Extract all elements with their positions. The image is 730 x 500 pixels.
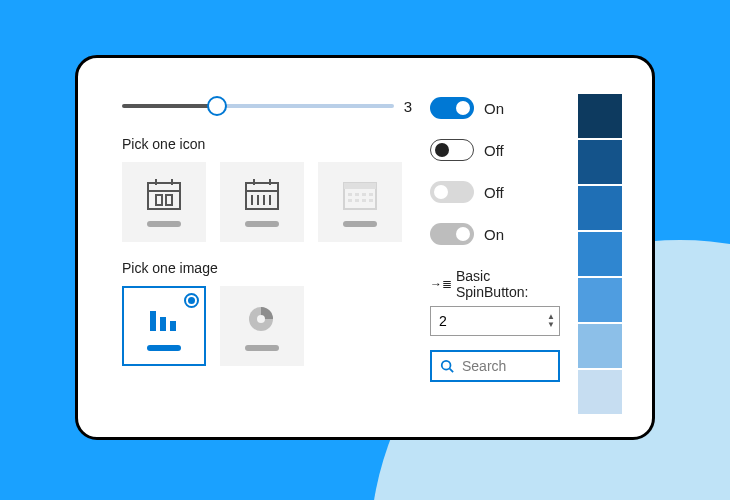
search-input[interactable]: Search [430,350,560,382]
svg-rect-4 [156,195,162,205]
slider-value: 3 [404,98,412,115]
slider-row: 3 [122,94,412,118]
svg-rect-15 [344,183,376,189]
svg-rect-16 [348,193,352,196]
svg-point-28 [257,315,265,323]
color-palette [578,94,628,414]
spinbutton[interactable]: 2 ▲ ▼ [430,306,560,336]
pie-chart-icon [244,301,280,335]
svg-rect-25 [160,317,166,331]
svg-rect-26 [170,321,176,331]
icon-tile-row [122,162,412,242]
spinbutton-value: 2 [439,313,447,329]
bar-chart-icon [146,301,182,335]
svg-point-29 [442,361,451,370]
swatch-4[interactable] [578,278,622,322]
toggle-2[interactable] [430,139,474,161]
svg-rect-6 [246,183,278,209]
toggle-row-4: On [430,220,560,248]
svg-rect-0 [148,183,180,209]
spinbutton-label-row: →≣ Basic SpinButton: [430,268,560,300]
toggle-2-label: Off [484,142,504,159]
toggle-1-label: On [484,100,504,117]
radio-selected-icon [184,293,199,308]
search-placeholder: Search [462,358,506,374]
svg-rect-1 [148,183,180,191]
icon-tile-calendar-3[interactable] [318,162,402,242]
calendar-day-icon [146,177,182,211]
image-tile-bar-chart[interactable] [122,286,206,366]
toggle-3[interactable] [430,181,474,203]
icon-tile-calendar-2[interactable] [220,162,304,242]
svg-rect-22 [362,199,366,202]
toggle-4[interactable] [430,223,474,245]
toggle-row-3: Off [430,178,560,206]
toggle-knob [456,227,470,241]
toggle-1[interactable] [430,97,474,119]
tile-underline [147,345,181,351]
left-column: 3 Pick one icon [122,94,412,414]
svg-rect-5 [166,195,172,205]
toggle-row-2: Off [430,136,560,164]
svg-rect-23 [369,199,373,202]
svg-line-30 [450,369,454,373]
svg-rect-17 [355,193,359,196]
spinbutton-label: Basic SpinButton: [456,268,560,300]
toggle-knob [435,143,449,157]
image-tile-pie-chart[interactable] [220,286,304,366]
spinbutton-steppers[interactable]: ▲ ▼ [547,313,555,329]
middle-column: On Off Off On →≣ Basic SpinButton: 2 [430,94,560,414]
swatch-0[interactable] [578,94,622,138]
tile-underline [343,221,377,227]
image-tile-row [122,286,412,366]
chevron-down-icon[interactable]: ▼ [547,321,555,329]
calendar-grid-icon [342,177,378,211]
pick-image-label: Pick one image [122,260,412,276]
tile-underline [147,221,181,227]
toggle-row-1: On [430,94,560,122]
search-icon [440,359,454,373]
demo-card: 3 Pick one icon [75,55,655,440]
pick-icon-label: Pick one icon [122,136,412,152]
svg-rect-21 [355,199,359,202]
svg-rect-19 [369,193,373,196]
toggle-knob [456,101,470,115]
svg-rect-24 [150,311,156,331]
tile-underline [245,345,279,351]
svg-rect-7 [246,183,278,191]
svg-rect-18 [362,193,366,196]
toggle-3-label: Off [484,184,504,201]
swatch-6[interactable] [578,370,622,414]
slider[interactable] [122,104,394,108]
svg-rect-20 [348,199,352,202]
swatch-3[interactable] [578,232,622,276]
calendar-week-icon [244,177,280,211]
tile-underline [245,221,279,227]
swatch-2[interactable] [578,186,622,230]
indent-icon: →≣ [430,277,452,291]
toggle-knob [434,185,448,199]
icon-tile-calendar-1[interactable] [122,162,206,242]
toggle-4-label: On [484,226,504,243]
swatch-5[interactable] [578,324,622,368]
slider-thumb[interactable] [207,96,227,116]
swatch-1[interactable] [578,140,622,184]
